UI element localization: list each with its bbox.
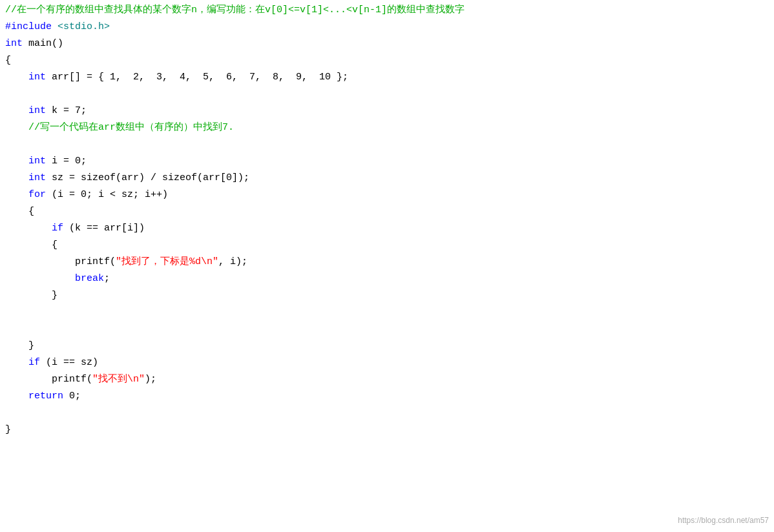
code-token: ; [104, 271, 110, 287]
code-token: "找不到\n" [92, 372, 145, 387]
code-token: //写一个代码在arr数组中（有序的）中找到7. [5, 120, 234, 136]
code-token: i = 0; [46, 154, 87, 169]
code-token [5, 187, 28, 203]
code-token: { [5, 238, 58, 253]
code-token [5, 271, 75, 287]
code-line: if (i == sz) [0, 355, 774, 372]
code-token: ); [145, 372, 156, 387]
code-line: int main() [0, 36, 774, 53]
code-line: break; [0, 271, 774, 288]
code-line: int k = 7; [0, 103, 774, 120]
code-token: int [28, 154, 46, 169]
code-token: for [28, 187, 46, 203]
code-line [0, 322, 774, 338]
code-line: int sz = sizeof(arr) / sizeof(arr[0]); [0, 170, 774, 187]
code-token: int [5, 36, 23, 52]
watermark: https://blog.csdn.net/am57 [678, 515, 769, 527]
code-line: //写一个代码在arr数组中（有序的）中找到7. [0, 120, 774, 137]
code-token: <stdio.h> [58, 19, 110, 35]
code-token: //在一个有序的数组中查找具体的某个数字n，编写功能：在v[0]<=v[1]<.… [5, 3, 465, 18]
code-token: break [75, 271, 104, 287]
code-line: for (i = 0; i < sz; i++) [0, 187, 774, 204]
code-token: #include [5, 19, 58, 35]
code-token [5, 170, 28, 186]
code-token: { [5, 204, 34, 220]
code-token: "找到了，下标是%d\n" [116, 254, 218, 270]
code-token: return [28, 389, 63, 404]
code-token: } [5, 422, 11, 438]
code-line [0, 305, 774, 322]
code-token [5, 103, 28, 119]
code-token [5, 70, 28, 85]
code-token: } [5, 288, 58, 303]
code-token: arr[] = { 1, 2, 3, 4, 5, 6, 7, 8, 9, 10 … [46, 70, 348, 85]
code-token: int [28, 70, 46, 85]
code-token: int [28, 170, 46, 186]
code-line: return 0; [0, 389, 774, 405]
code-token: (i == sz) [40, 355, 98, 371]
code-line: { [0, 204, 774, 221]
code-token: (k == arr[i]) [63, 221, 145, 236]
code-token: , i); [218, 254, 247, 270]
code-line: int arr[] = { 1, 2, 3, 4, 5, 6, 7, 8, 9,… [0, 70, 774, 87]
code-token: main() [23, 36, 63, 52]
code-token [5, 154, 28, 169]
code-token [5, 221, 52, 236]
code-token: 0; [63, 389, 81, 404]
code-line: { [0, 53, 774, 70]
code-token [5, 389, 28, 404]
code-token [5, 355, 28, 371]
code-line: } [0, 422, 774, 439]
code-token: printf( [5, 372, 92, 387]
code-token: if [52, 221, 63, 236]
code-line: if (k == arr[i]) [0, 221, 774, 238]
code-token: } [5, 338, 34, 354]
code-line: { [0, 238, 774, 254]
code-line: //在一个有序的数组中查找具体的某个数字n，编写功能：在v[0]<=v[1]<.… [0, 3, 774, 19]
code-container: //在一个有序的数组中查找具体的某个数字n，编写功能：在v[0]<=v[1]<.… [0, 0, 774, 532]
code-line [0, 87, 774, 103]
code-line: #include <stdio.h> [0, 19, 774, 36]
code-line: } [0, 338, 774, 355]
code-line [0, 405, 774, 422]
code-line: int i = 0; [0, 154, 774, 170]
code-token: if [28, 355, 40, 371]
code-token: (i = 0; i < sz; i++) [46, 187, 168, 203]
code-line: printf("找到了，下标是%d\n", i); [0, 254, 774, 271]
code-token: { [5, 53, 11, 68]
code-token: printf( [5, 254, 116, 270]
code-line: printf("找不到\n"); [0, 372, 774, 389]
code-token: int [28, 103, 46, 119]
code-token: sz = sizeof(arr) / sizeof(arr[0]); [46, 170, 249, 186]
code-line [0, 137, 774, 154]
code-line: } [0, 288, 774, 305]
code-token: k = 7; [46, 103, 87, 119]
